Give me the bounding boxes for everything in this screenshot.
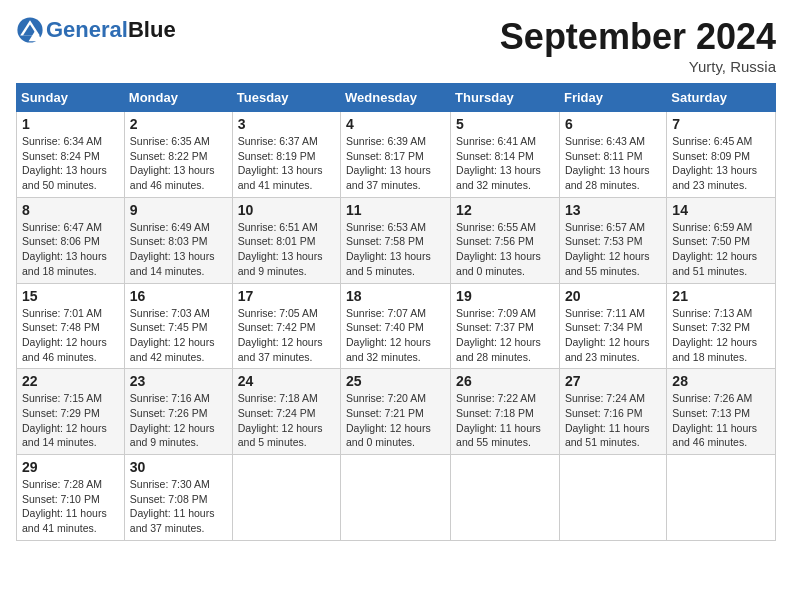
day-number: 15 [22,288,119,304]
day-number: 11 [346,202,445,218]
calendar-cell: 27Sunrise: 7:24 AMSunset: 7:16 PMDayligh… [559,369,666,455]
day-number: 25 [346,373,445,389]
month-title: September 2024 [500,16,776,58]
calendar-cell: 25Sunrise: 7:20 AMSunset: 7:21 PMDayligh… [341,369,451,455]
calendar-cell: 18Sunrise: 7:07 AMSunset: 7:40 PMDayligh… [341,283,451,369]
day-number: 21 [672,288,770,304]
day-number: 1 [22,116,119,132]
day-of-week-header: Monday [124,84,232,112]
day-number: 23 [130,373,227,389]
calendar-cell: 16Sunrise: 7:03 AMSunset: 7:45 PMDayligh… [124,283,232,369]
header: GeneralBlue September 2024 Yurty, Russia [16,16,776,75]
calendar-week-row: 1Sunrise: 6:34 AMSunset: 8:24 PMDaylight… [17,112,776,198]
day-detail: Sunrise: 7:11 AMSunset: 7:34 PMDaylight:… [565,306,661,365]
day-detail: Sunrise: 7:03 AMSunset: 7:45 PMDaylight:… [130,306,227,365]
day-detail: Sunrise: 6:53 AMSunset: 7:58 PMDaylight:… [346,220,445,279]
logo-text: GeneralBlue [46,17,176,43]
calendar-cell: 9Sunrise: 6:49 AMSunset: 8:03 PMDaylight… [124,197,232,283]
day-detail: Sunrise: 7:05 AMSunset: 7:42 PMDaylight:… [238,306,335,365]
day-number: 17 [238,288,335,304]
calendar-cell: 2Sunrise: 6:35 AMSunset: 8:22 PMDaylight… [124,112,232,198]
day-detail: Sunrise: 6:47 AMSunset: 8:06 PMDaylight:… [22,220,119,279]
calendar-week-row: 29Sunrise: 7:28 AMSunset: 7:10 PMDayligh… [17,455,776,541]
calendar-cell [559,455,666,541]
day-detail: Sunrise: 6:41 AMSunset: 8:14 PMDaylight:… [456,134,554,193]
day-detail: Sunrise: 7:01 AMSunset: 7:48 PMDaylight:… [22,306,119,365]
day-detail: Sunrise: 6:55 AMSunset: 7:56 PMDaylight:… [456,220,554,279]
calendar-cell: 26Sunrise: 7:22 AMSunset: 7:18 PMDayligh… [451,369,560,455]
day-detail: Sunrise: 7:30 AMSunset: 7:08 PMDaylight:… [130,477,227,536]
calendar-cell: 22Sunrise: 7:15 AMSunset: 7:29 PMDayligh… [17,369,125,455]
day-of-week-header: Wednesday [341,84,451,112]
calendar-week-row: 15Sunrise: 7:01 AMSunset: 7:48 PMDayligh… [17,283,776,369]
calendar-cell [451,455,560,541]
day-detail: Sunrise: 6:37 AMSunset: 8:19 PMDaylight:… [238,134,335,193]
calendar-cell [341,455,451,541]
calendar-cell: 10Sunrise: 6:51 AMSunset: 8:01 PMDayligh… [232,197,340,283]
day-detail: Sunrise: 7:26 AMSunset: 7:13 PMDaylight:… [672,391,770,450]
day-number: 2 [130,116,227,132]
calendar-cell: 30Sunrise: 7:30 AMSunset: 7:08 PMDayligh… [124,455,232,541]
day-of-week-header: Friday [559,84,666,112]
day-number: 29 [22,459,119,475]
day-number: 27 [565,373,661,389]
logo-icon [16,16,44,44]
day-detail: Sunrise: 7:13 AMSunset: 7:32 PMDaylight:… [672,306,770,365]
day-detail: Sunrise: 6:49 AMSunset: 8:03 PMDaylight:… [130,220,227,279]
day-of-week-header: Thursday [451,84,560,112]
day-number: 20 [565,288,661,304]
day-detail: Sunrise: 6:59 AMSunset: 7:50 PMDaylight:… [672,220,770,279]
day-number: 18 [346,288,445,304]
day-of-week-header: Tuesday [232,84,340,112]
calendar-cell: 24Sunrise: 7:18 AMSunset: 7:24 PMDayligh… [232,369,340,455]
title-area: September 2024 Yurty, Russia [500,16,776,75]
day-number: 22 [22,373,119,389]
day-detail: Sunrise: 7:20 AMSunset: 7:21 PMDaylight:… [346,391,445,450]
location: Yurty, Russia [500,58,776,75]
calendar-table: SundayMondayTuesdayWednesdayThursdayFrid… [16,83,776,541]
day-number: 4 [346,116,445,132]
calendar-cell: 3Sunrise: 6:37 AMSunset: 8:19 PMDaylight… [232,112,340,198]
day-number: 14 [672,202,770,218]
day-number: 24 [238,373,335,389]
calendar-cell: 19Sunrise: 7:09 AMSunset: 7:37 PMDayligh… [451,283,560,369]
day-number: 5 [456,116,554,132]
day-detail: Sunrise: 7:15 AMSunset: 7:29 PMDaylight:… [22,391,119,450]
calendar-cell: 7Sunrise: 6:45 AMSunset: 8:09 PMDaylight… [667,112,776,198]
day-number: 8 [22,202,119,218]
day-detail: Sunrise: 6:39 AMSunset: 8:17 PMDaylight:… [346,134,445,193]
calendar-header-row: SundayMondayTuesdayWednesdayThursdayFrid… [17,84,776,112]
calendar-cell: 15Sunrise: 7:01 AMSunset: 7:48 PMDayligh… [17,283,125,369]
calendar-cell: 17Sunrise: 7:05 AMSunset: 7:42 PMDayligh… [232,283,340,369]
calendar-cell: 6Sunrise: 6:43 AMSunset: 8:11 PMDaylight… [559,112,666,198]
calendar-cell [667,455,776,541]
day-number: 30 [130,459,227,475]
day-detail: Sunrise: 6:43 AMSunset: 8:11 PMDaylight:… [565,134,661,193]
day-detail: Sunrise: 7:22 AMSunset: 7:18 PMDaylight:… [456,391,554,450]
day-of-week-header: Saturday [667,84,776,112]
calendar-body: 1Sunrise: 6:34 AMSunset: 8:24 PMDaylight… [17,112,776,541]
calendar-cell: 28Sunrise: 7:26 AMSunset: 7:13 PMDayligh… [667,369,776,455]
day-detail: Sunrise: 7:16 AMSunset: 7:26 PMDaylight:… [130,391,227,450]
day-detail: Sunrise: 6:35 AMSunset: 8:22 PMDaylight:… [130,134,227,193]
calendar-cell: 23Sunrise: 7:16 AMSunset: 7:26 PMDayligh… [124,369,232,455]
day-number: 10 [238,202,335,218]
day-number: 26 [456,373,554,389]
calendar-cell: 20Sunrise: 7:11 AMSunset: 7:34 PMDayligh… [559,283,666,369]
day-detail: Sunrise: 7:09 AMSunset: 7:37 PMDaylight:… [456,306,554,365]
calendar-cell: 21Sunrise: 7:13 AMSunset: 7:32 PMDayligh… [667,283,776,369]
calendar-cell [232,455,340,541]
day-number: 12 [456,202,554,218]
day-number: 3 [238,116,335,132]
calendar-cell: 1Sunrise: 6:34 AMSunset: 8:24 PMDaylight… [17,112,125,198]
day-number: 28 [672,373,770,389]
day-detail: Sunrise: 7:24 AMSunset: 7:16 PMDaylight:… [565,391,661,450]
logo: GeneralBlue [16,16,176,44]
day-number: 6 [565,116,661,132]
calendar-cell: 8Sunrise: 6:47 AMSunset: 8:06 PMDaylight… [17,197,125,283]
day-detail: Sunrise: 7:07 AMSunset: 7:40 PMDaylight:… [346,306,445,365]
day-detail: Sunrise: 7:18 AMSunset: 7:24 PMDaylight:… [238,391,335,450]
calendar-week-row: 8Sunrise: 6:47 AMSunset: 8:06 PMDaylight… [17,197,776,283]
day-number: 9 [130,202,227,218]
day-number: 16 [130,288,227,304]
